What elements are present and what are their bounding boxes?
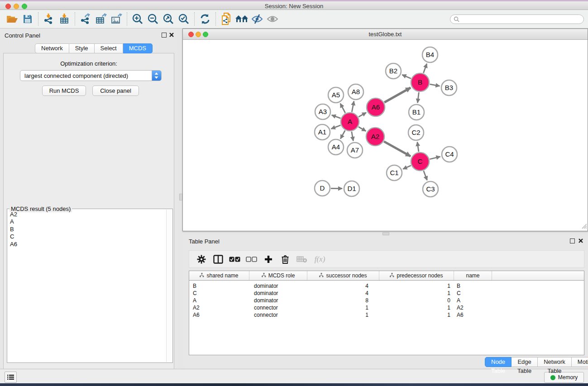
run-mcds-button[interactable]: Run MCDS bbox=[42, 86, 86, 96]
graph-edge-A-A3[interactable] bbox=[332, 115, 341, 118]
search-field[interactable] bbox=[450, 14, 584, 24]
add-column-icon[interactable] bbox=[260, 253, 277, 266]
mcds-result-item[interactable]: A bbox=[8, 218, 166, 225]
table-row[interactable]: Adominator80A bbox=[189, 297, 584, 304]
graph-edge-A-A8[interactable] bbox=[352, 101, 354, 112]
tab-motifs[interactable]: Motifs bbox=[572, 357, 588, 367]
table-cell[interactable]: B bbox=[454, 283, 492, 289]
close-panel-icon[interactable] bbox=[169, 32, 174, 38]
table-cell[interactable]: A2 bbox=[189, 305, 249, 311]
show-all-networks-home-icon[interactable] bbox=[234, 12, 249, 26]
graph-edge-A-A6[interactable] bbox=[359, 113, 366, 117]
table-cell[interactable]: 1 bbox=[307, 312, 379, 318]
graph-edge-A-A2[interactable] bbox=[359, 127, 366, 131]
show-selected-eye-icon[interactable] bbox=[265, 12, 280, 26]
horizontal-splitter-handle[interactable] bbox=[382, 232, 389, 235]
refresh-layout-icon[interactable] bbox=[197, 12, 213, 26]
zoom-fit-icon[interactable] bbox=[161, 12, 176, 26]
export-table-icon[interactable] bbox=[93, 12, 109, 26]
graph-edge-A-A7[interactable] bbox=[352, 132, 354, 141]
table-cell[interactable]: 8 bbox=[307, 297, 379, 304]
graph-edge-B-B4[interactable] bbox=[423, 64, 426, 73]
import-network-icon[interactable] bbox=[41, 12, 57, 26]
column-header-successor-nodes[interactable]: successor nodes bbox=[307, 271, 379, 280]
clear-table-icon[interactable] bbox=[293, 253, 310, 266]
column-header-MCDS-role[interactable]: MCDS role bbox=[249, 271, 307, 280]
table-cell[interactable]: dominator bbox=[249, 297, 307, 304]
table-cell[interactable]: 1 bbox=[379, 312, 454, 318]
table-cell[interactable]: dominator bbox=[249, 283, 307, 289]
task-history-button[interactable] bbox=[5, 372, 17, 383]
mcds-result-item[interactable]: A2 bbox=[8, 211, 166, 218]
tab-style[interactable]: Style bbox=[69, 43, 95, 53]
graph-edge-C-C4[interactable] bbox=[430, 157, 440, 159]
table-cell[interactable]: 1 bbox=[379, 283, 454, 289]
table-row[interactable]: A6connector11A6 bbox=[189, 311, 584, 319]
mcds-result-item[interactable]: B bbox=[8, 226, 166, 233]
table-settings-gear-icon[interactable] bbox=[193, 253, 210, 266]
table-cell[interactable]: C bbox=[189, 290, 249, 296]
mcds-result-item[interactable]: A6 bbox=[8, 241, 166, 248]
tab-node-table[interactable]: Node Table bbox=[485, 357, 512, 367]
table-cell[interactable]: connector bbox=[249, 312, 307, 318]
vertical-splitter-handle[interactable] bbox=[179, 194, 182, 200]
close-table-panel-icon[interactable] bbox=[578, 238, 583, 243]
table-cell[interactable]: B bbox=[189, 283, 249, 289]
graph-edge-C-C1[interactable] bbox=[403, 166, 411, 169]
column-header-shared-name[interactable]: shared name bbox=[189, 271, 249, 280]
network-graph[interactable]: AA1A2A3A4A5A6A7A8BB1B2B3B4CC1C2C3C4DD1 bbox=[183, 40, 588, 230]
search-input[interactable] bbox=[450, 14, 584, 24]
mcds-result-scrollbar[interactable] bbox=[166, 210, 172, 362]
graph-edge-C-C2[interactable] bbox=[417, 142, 419, 152]
tab-network[interactable]: Network bbox=[35, 43, 69, 53]
tab-select[interactable]: Select bbox=[95, 43, 123, 53]
graph-edge-B-B2[interactable] bbox=[402, 75, 411, 78]
delete-column-trash-icon[interactable] bbox=[277, 253, 293, 266]
graph-edge-A-A1[interactable] bbox=[331, 125, 341, 129]
table-cell[interactable]: 1 bbox=[379, 305, 454, 311]
graph-edge-C-C3[interactable] bbox=[424, 171, 427, 181]
close-panel-button[interactable]: Close panel bbox=[92, 86, 139, 96]
network-canvas[interactable]: AA1A2A3A4A5A6A7A8BB1B2B3B4CC1C2C3C4DD1 bbox=[183, 40, 588, 231]
graph-edge-A2-C[interactable] bbox=[384, 142, 411, 157]
table-cell[interactable]: dominator bbox=[249, 290, 307, 296]
hide-selected-eye-slash-icon[interactable] bbox=[249, 12, 265, 26]
optimization-criterion-select[interactable]: largest connected component (directed) bbox=[20, 70, 162, 81]
graph-edge-B-B3[interactable] bbox=[430, 84, 440, 86]
window-resize-grip[interactable] bbox=[581, 223, 587, 230]
save-session-icon[interactable] bbox=[20, 12, 35, 26]
deselect-all-rows-icon[interactable] bbox=[243, 253, 260, 266]
export-image-icon[interactable] bbox=[109, 12, 124, 26]
table-cell[interactable]: A bbox=[454, 297, 492, 304]
tab-network-table[interactable]: Network Table bbox=[538, 357, 572, 367]
table-row[interactable]: Cdominator41C bbox=[189, 290, 584, 297]
graph-edge-A-A5[interactable] bbox=[340, 104, 345, 113]
open-session-icon[interactable] bbox=[5, 12, 20, 26]
float-panel-icon[interactable] bbox=[162, 33, 167, 38]
toggle-panes-icon[interactable] bbox=[210, 253, 226, 266]
tab-edge-table[interactable]: Edge Table bbox=[512, 357, 538, 367]
table-cell[interactable]: 4 bbox=[307, 283, 379, 289]
tab-mcds[interactable]: MCDS bbox=[123, 43, 153, 53]
new-network-from-selection-icon[interactable] bbox=[219, 12, 234, 26]
graph-edge-A6-B[interactable] bbox=[384, 88, 411, 102]
zoom-out-icon[interactable] bbox=[145, 12, 161, 26]
float-table-panel-icon[interactable] bbox=[570, 238, 575, 243]
table-row[interactable]: Bdominator41B bbox=[189, 282, 584, 290]
function-builder-icon[interactable]: f(x) bbox=[310, 253, 327, 266]
table-cell[interactable]: A6 bbox=[454, 312, 492, 318]
table-row[interactable]: A2connector11A2 bbox=[189, 304, 584, 311]
zoom-selected-icon[interactable] bbox=[176, 12, 191, 26]
column-header-name[interactable]: name bbox=[454, 271, 492, 280]
column-header-predecessor-nodes[interactable]: predecessor nodes bbox=[379, 271, 454, 280]
export-network-icon[interactable] bbox=[78, 12, 93, 26]
graph-edge-A-A4[interactable] bbox=[340, 130, 345, 138]
table-cell[interactable]: A bbox=[189, 297, 249, 304]
table-cell[interactable]: 1 bbox=[307, 305, 379, 311]
table-cell[interactable]: C bbox=[454, 290, 492, 296]
table-cell[interactable]: 1 bbox=[379, 290, 454, 296]
table-cell[interactable]: connector bbox=[249, 305, 307, 311]
import-table-icon[interactable] bbox=[57, 12, 72, 26]
table-cell[interactable]: 4 bbox=[307, 290, 379, 296]
graph-edge-B-B1[interactable] bbox=[418, 92, 419, 103]
